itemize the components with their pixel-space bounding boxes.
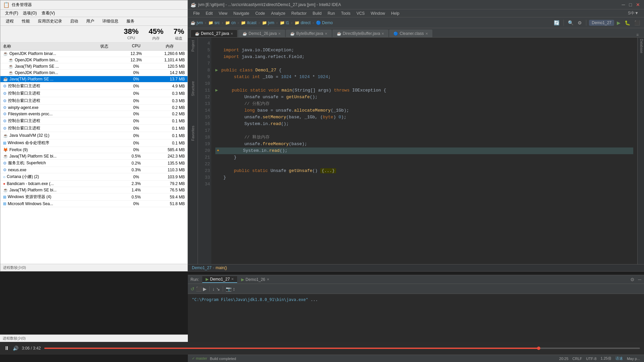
run-step-over[interactable]: ↓ xyxy=(212,286,215,292)
run-rerun[interactable]: ↺ xyxy=(191,286,195,292)
close-button[interactable]: ✕ xyxy=(635,2,641,7)
tm-tab-services[interactable]: 服务 xyxy=(124,18,137,25)
play-button[interactable]: ⏸ xyxy=(4,345,9,351)
project-panel-toggle[interactable]: Project xyxy=(191,40,195,52)
video-progress-bar[interactable] xyxy=(44,348,640,349)
run-settings[interactable]: ⚙ xyxy=(630,277,635,282)
minimize-button[interactable]: ─ xyxy=(621,2,627,7)
tm-tab-perf[interactable]: 性能 xyxy=(19,18,33,25)
status-indent[interactable]: 1.25倍 xyxy=(600,356,611,361)
toolbar-settings[interactable]: ⚙ xyxy=(576,19,583,26)
menu-build[interactable]: Build xyxy=(310,10,324,16)
menu-vcs[interactable]: VCS xyxy=(354,10,368,16)
tab-directbytebuffer[interactable]: ☕ DirectByteBuffer.java ✕ xyxy=(332,29,389,37)
table-row[interactable]: ☕ Java VisualVM (32 位) 0% 0.1 MB xyxy=(0,132,187,139)
tm-menu-view[interactable]: 查看(V) xyxy=(40,10,57,16)
menu-edit[interactable]: Edit xyxy=(203,10,215,16)
col-name[interactable]: 名称 xyxy=(3,44,91,49)
tm-menu-options[interactable]: 选项(O) xyxy=(21,10,39,16)
stop-button[interactable]: ⬛ xyxy=(633,19,641,26)
tab-close-2[interactable]: ✕ xyxy=(278,32,281,36)
debug-button[interactable]: 🐛 xyxy=(623,19,632,26)
run-resume[interactable]: ▶ xyxy=(203,286,207,292)
bc-method[interactable]: main() xyxy=(216,265,227,270)
run-tab-close-2[interactable]: ✕ xyxy=(267,278,269,281)
tab-close-3[interactable]: ✕ xyxy=(325,32,327,36)
table-row[interactable]: ☕ OpenJDK Platform bin... 0% 14.2 MB xyxy=(0,70,187,76)
table-row[interactable]: ⚙ 控制台窗口主进程 0% 0.1 MB xyxy=(0,117,187,125)
table-row[interactable]: ⚙ 服务主机: Superfetch 0.2% 135.5 MB xyxy=(0,160,187,167)
table-row[interactable]: ○ Cortana (小娜) (2) 0% 103.9 MB xyxy=(0,173,187,181)
run-tab-close-1[interactable]: ✕ xyxy=(231,277,234,281)
tab-bytebuffer[interactable]: ☕ ByteBuffer.java ✕ xyxy=(286,29,332,37)
bc-demo[interactable]: 🔵 Demo xyxy=(316,20,333,25)
table-row[interactable]: ● Bandicam - bdcam.exe (... 2.3% 79.2 MB xyxy=(0,181,187,187)
tm-menu-file[interactable]: 文件(F) xyxy=(3,10,20,16)
menu-tools[interactable]: Tools xyxy=(338,10,353,16)
run-scroll[interactable]: ↕ xyxy=(233,286,235,292)
run-stop[interactable]: ⬛ xyxy=(196,286,202,292)
menu-run[interactable]: Run xyxy=(325,10,338,16)
bc-jvm[interactable]: ☕ jvm xyxy=(191,20,203,25)
table-row[interactable]: ☕ Java(TM) Platform SE bi... 1.4% 76.5 M… xyxy=(0,187,187,193)
table-row[interactable]: ⊞ Microsoft Windows Sea... 0% 51.8 MB xyxy=(0,201,187,207)
bc-jvm2[interactable]: 📁 jvm xyxy=(262,20,274,25)
code-content[interactable]: import java.io.IOException;import java.l… xyxy=(211,38,637,264)
run-minimize[interactable]: ─ xyxy=(638,277,641,282)
tab-demo1-27[interactable]: ☕ Demo1_27.java ✕ xyxy=(191,29,237,37)
table-row[interactable]: ☕ Java(TM) Platform SE ... 0% 13.7 MB xyxy=(0,76,187,82)
tab-cleaner[interactable]: 🔵 Cleaner.class ✕ xyxy=(389,29,432,37)
menu-refactor[interactable]: Refactor xyxy=(289,10,309,16)
table-row[interactable]: ⊞ Windows 资源管理器 (4) 0.5% 59.4 MB xyxy=(0,193,187,201)
run-button[interactable]: ▶ xyxy=(615,19,622,26)
run-gutter-arrow[interactable]: ▶ xyxy=(215,87,218,94)
menu-file[interactable]: File xyxy=(191,10,202,16)
tab-scroll[interactable]: ≡ xyxy=(636,33,639,37)
col-cpu[interactable]: CPU xyxy=(118,44,155,49)
status-crlf[interactable]: CRLF xyxy=(573,357,582,361)
table-row[interactable]: ⚙ winpty-agent.exe 0% 0.2 MB xyxy=(0,105,187,111)
menu-help[interactable]: Help xyxy=(388,10,402,16)
toolbar-search[interactable]: 🔍 xyxy=(567,19,575,26)
table-row[interactable]: 🦊 Firefox (9) 0% 585.4 MB xyxy=(0,147,187,153)
table-row[interactable]: ⚙ Filesystem events proc... 0% 0.2 MB xyxy=(0,111,187,117)
menu-code[interactable]: Code xyxy=(253,10,268,16)
status-zoom[interactable]: May p... xyxy=(627,357,640,361)
table-row[interactable]: ☕ OpenJDK Platform binar... 12.3% 1,260.… xyxy=(0,51,187,57)
tab-close-1[interactable]: ✕ xyxy=(230,32,233,36)
table-row[interactable]: ⚙ 控制台窗口主进程 0% 4.9 MB xyxy=(0,82,187,90)
col-status[interactable]: 状态 xyxy=(91,44,118,49)
tm-tab-startup[interactable]: 启动 xyxy=(67,18,81,25)
table-row[interactable]: ☕ Java(TM) Platform SE ... 0% 120.5 MB xyxy=(0,63,187,70)
bc-itcast[interactable]: 📁 itcast xyxy=(241,20,256,25)
run-camera[interactable]: 📷 xyxy=(226,286,231,292)
table-row[interactable]: ⚙ 控制台窗口主进程 0% 0.3 MB xyxy=(0,90,187,97)
col-mem[interactable]: 内存 xyxy=(155,44,185,49)
tm-tab-users[interactable]: 用户 xyxy=(84,18,97,25)
bc-cn[interactable]: 📁 cn xyxy=(225,20,235,25)
tab-demo1-26[interactable]: ☕ Demo1_26.java ✕ xyxy=(238,29,285,37)
run-gutter-arrow[interactable]: ▶ xyxy=(215,67,218,74)
bc-t1[interactable]: 📁 t1 xyxy=(280,20,289,25)
menu-navigate[interactable]: Navigate xyxy=(231,10,252,16)
table-row[interactable]: ⚙ 控制台窗口主进程 0% 0.1 MB xyxy=(0,125,187,132)
tm-tab-details[interactable]: 详细信息 xyxy=(100,18,121,25)
bc-src[interactable]: 📁 src xyxy=(208,20,220,25)
volume-button[interactable]: 🔊 xyxy=(13,346,18,351)
database-toggle[interactable]: Database xyxy=(638,39,643,53)
run-tab-demo1-26[interactable]: ▶ Demo1_26 ✕ xyxy=(238,277,273,283)
table-row[interactable]: ⚙ nexus.exe 0.3% 110.3 MB xyxy=(0,167,187,173)
menu-analyze[interactable]: Analyze xyxy=(268,10,288,16)
run-config[interactable]: Demo1_27 xyxy=(589,20,614,26)
favorites-toggle[interactable]: Favorites xyxy=(191,126,195,141)
tab-close-4[interactable]: ✕ xyxy=(381,32,384,36)
table-row[interactable]: ⊞ Windows 命令处理程序 0% 0.1 MB xyxy=(0,139,187,147)
bc-class[interactable]: Demo1_27 xyxy=(192,265,212,270)
status-encoding[interactable]: UTF-8 xyxy=(586,357,596,361)
status-lang[interactable]: 语速 xyxy=(615,356,623,361)
run-step-into[interactable]: ↘ xyxy=(216,286,220,292)
status-vcs[interactable]: ✓ master xyxy=(192,356,207,361)
bc-direct[interactable]: 📁 direct xyxy=(294,20,311,25)
tm-tab-apphistory[interactable]: 应用历史记录 xyxy=(35,18,65,25)
table-row[interactable]: ☕ Java(TM) Platform SE bi... 0.5% 242.3 … xyxy=(0,153,187,160)
